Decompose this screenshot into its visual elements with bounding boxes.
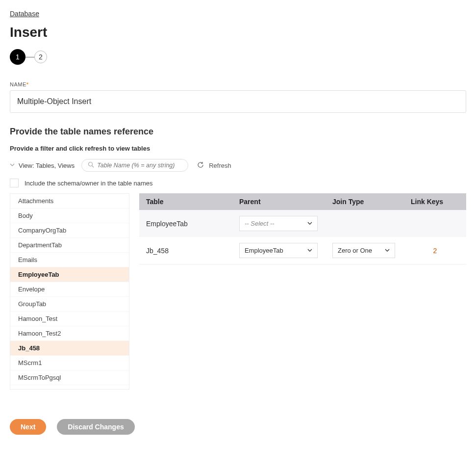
- list-item[interactable]: Hamoon_Test: [10, 312, 129, 326]
- page-title: Insert: [10, 25, 466, 40]
- table-list[interactable]: AttachmentsBodyCompanyOrgTabDepartmentTa…: [10, 193, 129, 390]
- view-dropdown[interactable]: View: Tables, Views: [10, 162, 75, 169]
- chevron-down-icon: [307, 248, 312, 254]
- list-item[interactable]: Envelope: [10, 282, 129, 297]
- chevron-down-icon: [10, 162, 15, 168]
- list-item[interactable]: Hamoon_Test2: [10, 326, 129, 341]
- chevron-down-icon: [307, 221, 312, 227]
- parent-select[interactable]: -- Select --: [239, 216, 318, 231]
- discard-button[interactable]: Discard Changes: [57, 419, 134, 435]
- header-table: Table: [139, 193, 232, 210]
- cell-link: [404, 210, 466, 237]
- config-panel: Table Parent Join Type Link Keys Employe…: [139, 193, 466, 264]
- include-schema-label: Include the schema/owner in the table na…: [25, 180, 153, 187]
- step-2[interactable]: 2: [34, 51, 47, 63]
- section-sub: Provide a filter and click refresh to vi…: [10, 145, 466, 152]
- svg-line-1: [92, 166, 94, 168]
- include-schema-row: Include the schema/owner in the table na…: [10, 179, 466, 187]
- link-keys-count[interactable]: 2: [411, 247, 459, 255]
- name-input[interactable]: [10, 90, 466, 113]
- step-1[interactable]: 1: [10, 49, 25, 65]
- cell-join: [326, 210, 404, 237]
- footer-buttons: Next Discard Changes: [10, 419, 466, 435]
- list-item[interactable]: EmployeeTab: [10, 267, 129, 282]
- search-input[interactable]: [97, 162, 182, 169]
- refresh-label: Refresh: [209, 162, 231, 169]
- parent-select[interactable]: EmployeeTab: [239, 243, 318, 258]
- list-item[interactable]: MScrmToPgsql: [10, 370, 129, 385]
- refresh-icon: [197, 161, 204, 170]
- search-wrap: [81, 159, 188, 172]
- refresh-button[interactable]: Refresh: [197, 161, 231, 170]
- step-connector: [25, 57, 34, 57]
- required-mark: *: [26, 81, 29, 87]
- cell-table: EmployeeTab: [139, 210, 232, 237]
- list-item[interactable]: Jb_458: [10, 341, 129, 356]
- cell-join: Zero or One: [326, 237, 404, 264]
- name-label: NAME*: [10, 81, 466, 87]
- breadcrumb-database-link[interactable]: Database: [10, 10, 39, 18]
- join-select[interactable]: Zero or One: [332, 243, 395, 258]
- header-link: Link Keys: [404, 193, 466, 210]
- list-item[interactable]: MScrm1: [10, 356, 129, 370]
- section-title: Provide the table names reference: [10, 127, 466, 137]
- filter-row: View: Tables, Views Refresh: [10, 159, 466, 172]
- table-row: Jb_458EmployeeTabZero or One2: [139, 237, 466, 264]
- chevron-down-icon: [385, 248, 390, 254]
- cell-table: Jb_458: [139, 237, 232, 264]
- breadcrumb: Database: [10, 10, 466, 18]
- list-item[interactable]: GroupTab: [10, 297, 129, 312]
- stepper: 1 2: [10, 49, 466, 65]
- panels: AttachmentsBodyCompanyOrgTabDepartmentTa…: [10, 193, 466, 390]
- include-schema-checkbox[interactable]: [10, 179, 19, 187]
- next-button[interactable]: Next: [10, 419, 46, 435]
- config-table: Table Parent Join Type Link Keys Employe…: [139, 193, 466, 264]
- cell-parent: EmployeeTab: [232, 237, 326, 264]
- list-item[interactable]: Emails: [10, 253, 129, 267]
- list-item[interactable]: DepartmentTab: [10, 238, 129, 253]
- list-item[interactable]: Body: [10, 209, 129, 223]
- list-item[interactable]: MScrmToPostgress: [10, 385, 129, 390]
- cell-link: 2: [404, 237, 466, 264]
- list-item[interactable]: Attachments: [10, 194, 129, 209]
- header-join: Join Type: [326, 193, 404, 210]
- svg-point-0: [89, 162, 93, 166]
- header-parent: Parent: [232, 193, 326, 210]
- table-row: EmployeeTab-- Select --: [139, 210, 466, 237]
- list-item[interactable]: CompanyOrgTab: [10, 223, 129, 238]
- search-icon: [88, 161, 94, 169]
- view-label: View: Tables, Views: [19, 162, 75, 169]
- cell-parent: -- Select --: [232, 210, 326, 237]
